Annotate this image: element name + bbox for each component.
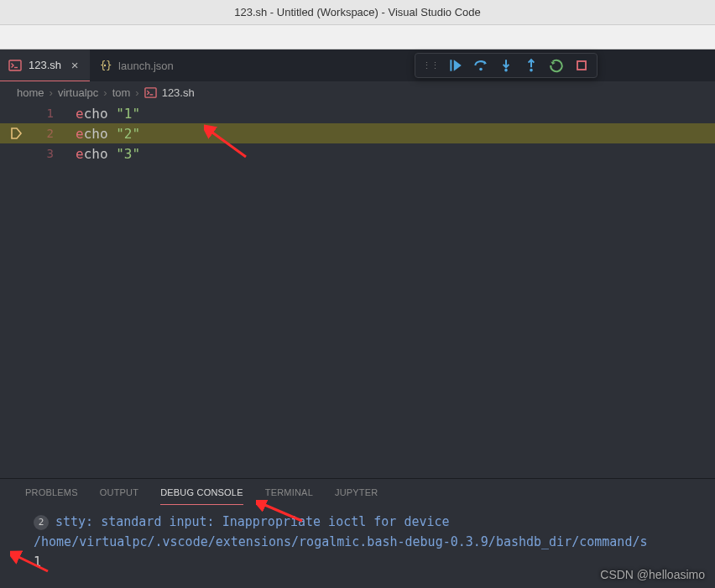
crumb-virtualpc[interactable]: virtualpc [58, 86, 98, 99]
crumb-file[interactable]: 123.sh [162, 86, 195, 99]
chevron-right-icon: › [103, 86, 107, 99]
code-line[interactable]: echo "1" [76, 103, 715, 123]
code-line[interactable]: echo "3" [76, 143, 715, 164]
step-over-button[interactable] [472, 57, 489, 74]
panel-tab-terminal[interactable]: TERMINAL [265, 481, 313, 505]
token-string: "3" [116, 146, 140, 162]
tab-label: 123.sh [29, 59, 61, 71]
panel-tab-debug-console[interactable]: DEBUG CONSOLE [160, 481, 243, 505]
token-string: "2" [116, 126, 140, 142]
step-out-button[interactable] [523, 57, 540, 74]
svg-rect-0 [9, 60, 21, 70]
console-text: /home/virtualpc/.vscode/extensions/rogal… [34, 534, 648, 549]
window-titlebar: 123.sh - Untitled (Workspace) - Visual S… [0, 0, 715, 25]
svg-rect-8 [145, 87, 156, 96]
debug-toolbar[interactable]: ⋮⋮ [415, 53, 598, 78]
console-line: /home/virtualpc/.vscode/extensions/rogal… [34, 532, 681, 552]
shell-file-icon [144, 86, 157, 99]
token-string: "1" [116, 106, 140, 122]
console-text: stty: standard input: Inappropriate ioct… [55, 514, 450, 529]
breadcrumb[interactable]: home › virtualpc › tom › 123.sh [0, 81, 715, 103]
console-output-line: 1 [34, 552, 681, 572]
panel-tab-jupyter[interactable]: JUPYTER [335, 481, 378, 505]
console-line: 2stty: standard input: Inappropriate ioc… [34, 512, 681, 532]
debug-console-content[interactable]: 2stty: standard input: Inappropriate ioc… [0, 507, 715, 577]
count-badge: 2 [34, 515, 49, 530]
editor-tabbar: 123.sh × {} launch.json ⋮⋮ [0, 49, 715, 81]
code-line[interactable]: echo "2" [76, 123, 715, 143]
drag-grip-icon[interactable]: ⋮⋮ [422, 60, 439, 71]
svg-point-3 [104, 65, 106, 66]
tab-123-sh[interactable]: 123.sh × [0, 49, 90, 81]
token-cmd: cho [84, 146, 108, 162]
panel-tab-problems[interactable]: PROBLEMS [25, 481, 78, 505]
continue-button[interactable] [447, 57, 464, 74]
crumb-home[interactable]: home [17, 86, 44, 99]
svg-point-5 [504, 69, 508, 72]
line-number: 3 [34, 143, 54, 164]
svg-point-6 [530, 69, 533, 72]
panel-tab-output[interactable]: OUTPUT [100, 481, 138, 505]
console-output-value: 1 [34, 554, 41, 570]
tab-label: launch.json [118, 60, 174, 72]
stop-button[interactable] [573, 57, 590, 74]
svg-rect-7 [577, 61, 586, 70]
window-title: 123.sh - Untitled (Workspace) - Visual S… [234, 6, 481, 18]
token-cmd: cho [84, 106, 108, 122]
editor-area[interactable]: 1 2 3 echo "1" echo "2" echo "3" [0, 103, 715, 480]
close-icon[interactable]: × [68, 58, 81, 72]
tab-launch-json[interactable]: {} launch.json [90, 49, 182, 81]
code-content[interactable]: echo "1" echo "2" echo "3" [76, 103, 715, 164]
svg-point-4 [479, 68, 483, 71]
current-execution-icon [9, 127, 23, 143]
crumb-tom[interactable]: tom [112, 86, 131, 99]
line-number: 2 [34, 123, 54, 143]
token-cmd: cho [84, 126, 108, 142]
menu-toolbar-strip [0, 25, 715, 49]
restart-button[interactable] [548, 57, 565, 74]
watermark-text: CSDN @helloasimo [600, 568, 705, 581]
step-into-button[interactable] [498, 57, 514, 74]
json-file-icon: {} [98, 59, 112, 72]
panel-tabs: PROBLEMS OUTPUT DEBUG CONSOLE TERMINAL J… [0, 479, 715, 507]
chevron-right-icon: › [135, 86, 138, 99]
shell-file-icon [8, 59, 22, 72]
chevron-right-icon: › [50, 86, 53, 99]
line-number: 1 [34, 103, 54, 123]
